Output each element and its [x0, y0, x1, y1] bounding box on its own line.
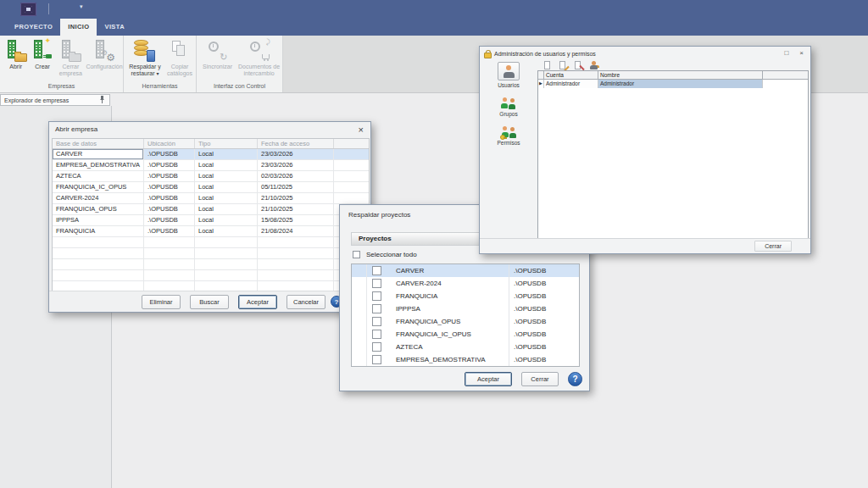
row-selector [352, 264, 367, 277]
column-header-tipo[interactable]: Tipo [195, 139, 258, 148]
project-row[interactable]: CARVER-2024 .\OPUSDB [352, 277, 579, 290]
cerrar-button[interactable]: Cerrar [754, 241, 792, 252]
maximize-icon[interactable]: □ [784, 49, 788, 57]
pin-icon[interactable] [99, 96, 105, 104]
user-row[interactable]: ▶ Administrador Administrador [538, 80, 808, 88]
sidebar-item-usuarios[interactable]: Usuarios [498, 62, 520, 88]
project-row[interactable]: EMPRESA_DEMOSTRATIVA .\OPUSDB [352, 353, 579, 366]
ribbon-tab-row: PROYECTO INICIO VISTA [0, 19, 868, 36]
copy-catalogs-icon [168, 39, 192, 62]
cell-fecha: 05/11/2025 [258, 182, 334, 192]
cell-fecha: 21/08/2024 [258, 226, 334, 236]
column-header-ubicacion[interactable]: Ubicación [144, 139, 195, 148]
aceptar-button[interactable]: Aceptar [465, 372, 512, 386]
edit-user-icon[interactable] [559, 61, 569, 70]
sidebar-item-grupos[interactable]: Grupos [499, 97, 517, 117]
table-row[interactable]: AZTECA .\OPUSDB Local 02/03/2026 [53, 171, 369, 182]
project-path: .\OPUSDB [509, 264, 579, 277]
table-row[interactable]: FRANQUICIA .\OPUSDB Local 21/08/2024 [53, 226, 369, 237]
column-header-empty [334, 139, 369, 148]
cell-cuenta: Administrador [544, 80, 598, 88]
cell-loc: .\OPUSDB [144, 160, 195, 170]
tab-inicio[interactable]: INICIO [60, 19, 97, 36]
close-icon[interactable]: × [799, 49, 804, 57]
sincronizar-button[interactable]: ↻ Sincronizar [198, 38, 236, 70]
cell-loc: .\OPUSDB [144, 226, 195, 236]
table-row[interactable]: IPPPSA .\OPUSDB Local 15/08/2025 [53, 215, 369, 226]
project-path: .\OPUSDB [509, 302, 579, 315]
explorer-panel-header: Explorador de empresas [0, 94, 110, 106]
project-checkbox[interactable] [372, 304, 381, 313]
usuarios-card [498, 62, 520, 80]
row-selector [352, 353, 367, 366]
table-row[interactable]: FRANQUICIA_IC_OPUS .\OPUSDB Local 05/11/… [53, 182, 369, 193]
cell-fecha: 15/08/2025 [258, 215, 334, 225]
create-company-icon: ✦ [31, 39, 54, 62]
copiar-catalogos-button[interactable]: Copiar catálogos [164, 38, 195, 77]
project-row[interactable]: CARVER .\OPUSDB [352, 264, 579, 277]
project-row[interactable]: FRANQUICIA_IC_OPUS .\OPUSDB [352, 328, 579, 341]
project-row[interactable]: FRANQUICIA_OPUS .\OPUSDB [352, 315, 579, 328]
cell-tipo: Local [195, 215, 258, 225]
close-company-icon [58, 39, 82, 62]
tab-proyecto[interactable]: PROYECTO [7, 19, 60, 36]
ribbon-group-interfaz: ↻ Sincronizar ⤸ Documentos de intercambi… [197, 36, 283, 92]
delete-user-icon[interactable] [575, 61, 584, 70]
project-row[interactable]: AZTECA .\OPUSDB [352, 341, 579, 353]
respaldar-restaurar-button[interactable]: Respaldar y restaurar ▾ [125, 38, 164, 77]
table-row[interactable]: FRANQUICIA_OPUS .\OPUSDB Local 21/10/202… [53, 204, 369, 215]
explorer-panel-title: Explorador de empresas [4, 97, 69, 103]
table-row[interactable]: CARVER-2024 .\OPUSDB Local 21/10/2025 [53, 193, 369, 204]
cancelar-button[interactable]: Cancelar [287, 295, 326, 309]
project-checkbox[interactable] [372, 330, 381, 339]
close-icon[interactable]: × [359, 125, 364, 135]
abrir-button[interactable]: Abrir [2, 38, 30, 70]
configuracion-button[interactable]: ⚙⚙ Configuración [86, 38, 122, 70]
column-header-base-de-datos[interactable]: Base de datos [53, 139, 144, 148]
table-row[interactable]: CARVER .\OPUSDB Local 23/03/2026 [53, 149, 369, 160]
company-table: Base de datos Ubicación Tipo Fecha de ac… [52, 138, 370, 293]
aceptar-button[interactable]: Aceptar [238, 295, 277, 309]
project-checkbox[interactable] [372, 279, 381, 288]
project-checkbox[interactable] [372, 355, 381, 364]
project-checkbox[interactable] [372, 291, 381, 301]
crear-button[interactable]: ✦ Crear [30, 38, 54, 70]
project-checkbox[interactable] [372, 266, 381, 275]
cell-db: CARVER-2024 [53, 193, 144, 203]
ribbon-group-empresas: Abrir ✦ Crear Cerrar empresa ⚙⚙ Configur… [0, 36, 124, 92]
project-row[interactable]: IPPPSA .\OPUSDB [352, 302, 579, 315]
eliminar-button[interactable]: Eliminar [142, 295, 181, 309]
dialog-admin-usuarios: Administración de usuarios y permisos □ … [479, 46, 811, 254]
sidebar-item-permisos[interactable]: Permisos [497, 126, 520, 146]
project-name: FRANQUICIA_OPUS [396, 318, 509, 325]
project-row[interactable]: FRANQUICIA .\OPUSDB [352, 290, 579, 302]
cerrar-button[interactable]: Cerrar [521, 372, 559, 386]
quick-access-caret-icon[interactable]: ▾ [80, 3, 83, 10]
column-header-nombre[interactable]: Nombre [598, 71, 763, 79]
tab-vista[interactable]: VISTA [97, 19, 132, 36]
project-checkbox[interactable] [372, 342, 381, 352]
cerrar-empresa-button[interactable]: Cerrar empresa [55, 38, 86, 77]
cell-empty [334, 182, 369, 192]
cell-db: FRANQUICIA_OPUS [53, 204, 144, 214]
project-checkbox[interactable] [372, 317, 381, 326]
documentos-intercambio-button[interactable]: ⤸ Documentos de intercambio [236, 38, 281, 77]
table-row[interactable]: EMPRESA_DEMOSTRATIVA .\OPUSDB Local 23/0… [53, 160, 369, 171]
help-button[interactable]: ? [568, 372, 582, 386]
cell-tipo: Local [195, 149, 258, 159]
column-header-cuenta[interactable]: Cuenta [544, 71, 598, 79]
app-logo-icon[interactable] [20, 3, 36, 16]
column-header-fecha[interactable]: Fecha de acceso [258, 139, 334, 148]
select-all-checkbox[interactable] [353, 251, 360, 258]
sidebar-label: Permisos [497, 140, 520, 146]
window-controls: □ × [784, 49, 804, 57]
empty-row [53, 259, 369, 270]
user-permissions-icon[interactable] [590, 61, 599, 70]
buscar-button[interactable]: Buscar [190, 295, 229, 309]
new-user-icon[interactable] [544, 61, 554, 70]
project-path: .\OPUSDB [509, 353, 579, 366]
cell-loc: .\OPUSDB [144, 182, 195, 192]
cell-db: FRANQUICIA_IC_OPUS [53, 182, 144, 192]
ribbon-group-interfaz-buttons: ↻ Sincronizar ⤸ Documentos de intercambi… [197, 36, 282, 81]
company-table-header: Base de datos Ubicación Tipo Fecha de ac… [53, 139, 369, 149]
